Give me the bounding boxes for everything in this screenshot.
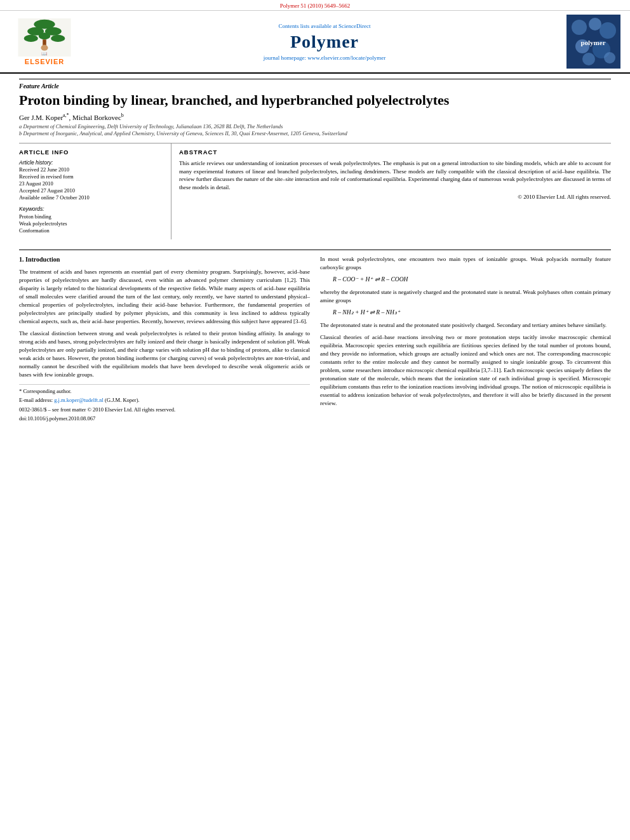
received-value: Received 22 June 2010: [19, 166, 164, 173]
sciencedirect-text[interactable]: ScienceDirect: [338, 23, 370, 29]
polymer-logo-area: polymer: [566, 15, 624, 69]
journal-top-bar: Polymer 51 (2010) 5649–5662: [0, 0, 630, 11]
body-col-right: In most weak polyelectrolytes, one encou…: [320, 255, 611, 423]
doi-line: doi:10.1016/j.polymer.2010.08.067: [19, 415, 310, 422]
issn-line: 0032-3861/$ – see front matter © 2010 El…: [19, 406, 310, 413]
right-paragraph-1: In most weak polyelectrolytes, one encou…: [320, 255, 611, 272]
revised-label: Received in revised form: [19, 173, 164, 180]
keyword-2: Weak polyelectrolytes: [19, 220, 164, 227]
svg-point-4: [24, 34, 38, 41]
feature-article-label: Feature Article: [19, 79, 611, 90]
article-authors: Ger J.M. Kopera,*, Michal Borkovecb: [19, 112, 611, 121]
eq1-note: whereby the deprotonated state is negati…: [320, 288, 611, 305]
eq2-note: The deprotonated state is neutral and th…: [320, 321, 611, 330]
email-link[interactable]: g.j.m.koper@tudelft.nl: [54, 397, 104, 403]
sup-star: *: [67, 112, 69, 118]
article-abstract-col: ABSTRACT This article reviews our unders…: [171, 143, 611, 239]
journal-header: 📖 ELSEVIER Contents lists available at S…: [0, 11, 630, 74]
svg-point-11: [572, 20, 587, 35]
abstract-text: This article reviews our understanding o…: [179, 159, 611, 191]
polymer-logo-svg: polymer: [566, 15, 620, 69]
elsevier-logo-area: 📖 ELSEVIER: [6, 18, 83, 65]
article-content: Feature Article Proton binding by linear…: [0, 74, 630, 430]
abstract-title: ABSTRACT: [179, 149, 611, 156]
svg-point-6: [39, 32, 50, 39]
elsevier-tree-icon: 📖: [16, 18, 73, 57]
keywords-label: Keywords:: [19, 206, 164, 212]
svg-text:📖: 📖: [42, 51, 48, 57]
article-info-col: ARTICLE INFO Article history: Received 2…: [19, 143, 171, 239]
svg-point-16: [582, 53, 595, 65]
svg-text:polymer: polymer: [580, 39, 605, 46]
abstract-copyright: © 2010 Elsevier Ltd. All rights reserved…: [179, 194, 611, 200]
svg-point-17: [604, 52, 615, 63]
svg-point-13: [600, 22, 616, 39]
polymer-logo-image: polymer: [566, 15, 620, 69]
svg-point-5: [51, 34, 65, 41]
journal-name: Polymer: [89, 32, 560, 52]
affiliation-b: b Department of Inorganic, Analytical, a…: [19, 130, 611, 137]
history-label: Article history:: [19, 159, 164, 166]
chemical-equation-1: R – COO⁻ + H⁺ ⇌ R – COOH: [333, 276, 611, 284]
sup-b: b: [121, 112, 124, 118]
intro-paragraph-1: The treatment of acids and bases represe…: [19, 268, 310, 326]
affiliation-a: a Department of Chemical Engineering, De…: [19, 123, 611, 130]
available-value: Available online 7 October 2010: [19, 194, 164, 201]
article-info-abstract: ARTICLE INFO Article history: Received 2…: [19, 143, 611, 239]
keyword-3: Conformation: [19, 227, 164, 234]
article-info-title: ARTICLE INFO: [19, 149, 164, 156]
keyword-1: Proton binding: [19, 213, 164, 220]
email-owner: (G.J.M. Koper).: [105, 397, 140, 403]
article-title: Proton binding by linear, branched, and …: [19, 92, 611, 109]
corresponding-author-note: * Corresponding author.: [19, 387, 310, 395]
chemical-equation-2: R – NH₂ + H⁺ ⇌ R – NH₃⁺: [333, 309, 611, 317]
svg-point-8: [41, 44, 48, 50]
author-names: Ger J.M. Kopera,*, Michal Borkovecb: [19, 114, 124, 121]
elsevier-wordmark: ELSEVIER: [25, 58, 64, 65]
intro-paragraph-2: The classical distinction between strong…: [19, 330, 310, 379]
journal-homepage: journal homepage: www.elsevier.com/locat…: [89, 55, 560, 61]
polymer-logo-box: polymer: [566, 15, 620, 69]
intro-title-text: 1. Introduction: [19, 256, 60, 263]
accepted-value: Accepted 27 August 2010: [19, 187, 164, 194]
journal-citation: Polymer 51 (2010) 5649–5662: [280, 3, 351, 9]
body-columns: 1. Introduction The treatment of acids a…: [19, 250, 611, 423]
email-footnote: E-mail address: g.j.m.koper@tudelft.nl (…: [19, 396, 310, 404]
svg-point-12: [589, 18, 601, 30]
intro-section-title: 1. Introduction: [19, 255, 310, 265]
right-paragraph-2: Classical theories of acid–base reaction…: [320, 333, 611, 408]
journal-header-center: Contents lists available at ScienceDirec…: [89, 23, 560, 61]
revised-date: 23 August 2010: [19, 180, 164, 187]
footnote-area: * Corresponding author. E-mail address: …: [19, 384, 310, 422]
body-col-left: 1. Introduction The treatment of acids a…: [19, 255, 310, 423]
elsevier-logo: 📖 ELSEVIER: [6, 18, 83, 65]
sciencedirect-link: Contents lists available at ScienceDirec…: [89, 23, 560, 29]
